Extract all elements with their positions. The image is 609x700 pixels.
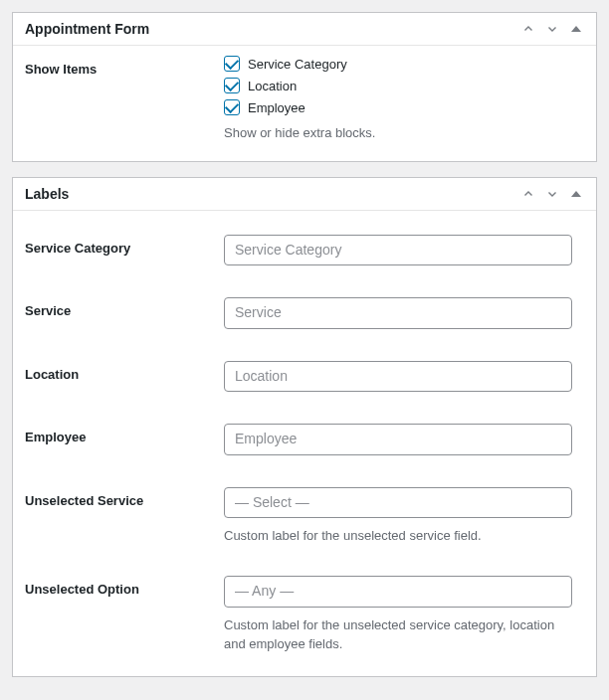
field-content [224,424,572,455]
checkbox-employee[interactable] [224,99,240,115]
panel-title: Labels [25,186,69,202]
collapse-toggle-icon[interactable] [568,21,584,37]
field-label: Unselected Service [25,487,224,508]
employee-input[interactable] [224,424,572,455]
unselected-option-input[interactable] [224,576,572,608]
service-category-input[interactable] [224,235,572,266]
panel-controls [520,21,584,37]
panel-header: Labels [13,178,596,211]
service-category-row: Service Category [25,235,584,266]
svg-marker-0 [571,26,581,32]
field-label: Unselected Option [25,576,224,597]
field-label: Service Category [25,235,224,256]
panel-title: Appointment Form [25,21,149,37]
field-content [224,235,572,266]
employee-row: Employee [25,424,584,455]
svg-marker-1 [571,191,581,197]
unselected-service-help: Custom label for the unselected service … [224,526,572,546]
panel-header: Appointment Form [13,13,596,46]
location-input[interactable] [224,361,572,393]
location-row: Location [25,361,584,393]
field-content [224,361,572,393]
checkbox-service-category[interactable] [224,56,240,72]
panel-body: Service Category Service Location Employ… [13,211,596,676]
move-up-icon[interactable] [520,21,536,37]
unselected-service-row: Unselected Service Custom label for the … [25,487,584,546]
service-row: Service [25,297,584,329]
checkbox-location[interactable] [224,78,240,93]
appointment-form-panel: Appointment Form Show Items Service Cate… [12,12,597,162]
service-input[interactable] [224,297,572,329]
show-items-help: Show or hide extra blocks. [224,123,572,143]
checkbox-item-service-category[interactable]: Service Category [224,56,572,72]
unselected-option-help: Custom label for the unselected service … [224,615,572,654]
move-up-icon[interactable] [520,186,536,202]
show-items-row: Show Items Service Category Location Emp… [25,56,584,143]
checkbox-label: Location [248,79,297,93]
checkbox-label: Employee [248,100,305,115]
checkbox-item-location[interactable]: Location [224,78,572,93]
show-items-content: Service Category Location Employee Show … [224,56,572,143]
field-content: Custom label for the unselected service … [224,487,572,546]
move-down-icon[interactable] [544,21,560,37]
labels-panel: Labels Service Category Service [12,177,597,677]
show-items-label: Show Items [25,56,224,77]
field-content [224,297,572,329]
move-down-icon[interactable] [544,186,560,202]
panel-controls [520,186,584,202]
field-label: Service [25,297,224,318]
field-label: Employee [25,424,224,444]
field-label: Location [25,361,224,382]
unselected-option-row: Unselected Option Custom label for the u… [25,576,584,654]
checkbox-item-employee[interactable]: Employee [224,99,572,115]
checkbox-label: Service Category [248,57,347,72]
unselected-service-input[interactable] [224,487,572,519]
field-content: Custom label for the unselected service … [224,576,572,654]
panel-body: Show Items Service Category Location Emp… [13,46,596,161]
collapse-toggle-icon[interactable] [568,186,584,202]
